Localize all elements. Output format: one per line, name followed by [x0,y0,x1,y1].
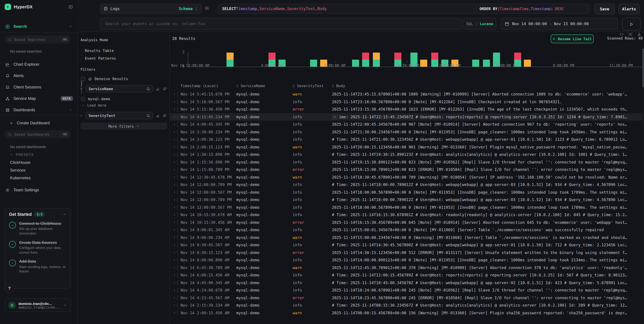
pin-icon[interactable] [163,114,167,118]
filter-value-mysql-demo[interactable]: mysql-demo [81,97,110,101]
sidebar-item-alerts[interactable]: Alerts [0,71,78,80]
expand-row-chevron-icon[interactable] [171,183,177,186]
expand-row-chevron-icon[interactable] [171,176,177,179]
histogram-bar[interactable] [373,52,380,67]
sidebar-item-chart-explorer[interactable]: Chart Explorer [0,60,78,69]
lucene-toggle[interactable]: Lucene [480,22,493,26]
log-row[interactable]: Nov 14 12:00:00.789 PMmysql-demoinfo# Ti… [170,181,644,188]
sidebar-item-search[interactable]: Search [0,22,78,31]
log-row[interactable]: Nov 14 6:00:15.456 AMmysql-demoinfo# Tim… [170,271,644,279]
expand-row-chevron-icon[interactable] [171,100,177,103]
bar-chart-icon[interactable] [156,87,160,91]
expand-row-chevron-icon[interactable] [171,312,177,315]
log-row[interactable]: Nov 14 4:24:00.678 AMmysql-demoinfo2025-… [170,287,644,294]
sidebar-item-client-sessions[interactable]: Client Sessions [0,83,78,91]
chevron-right-icon[interactable] [80,114,83,117]
log-row[interactable]: Nov 14 12:30:45.678 PMmysql-demowarn2025… [170,173,644,181]
expand-row-chevron-icon[interactable] [171,244,177,247]
histogram-bar[interactable] [310,60,317,67]
mode-event-patterns[interactable]: Event Patterns [85,56,116,61]
saved-searches-input[interactable]: Saved Searches ⌘K [5,35,70,43]
log-row[interactable]: Nov 14 2:00:15.456 AMmysql-demowarn2025-… [170,309,644,317]
date-range-picker[interactable]: Nov 14 00:00:00 - Nov 15 00:00:00 [500,18,618,30]
log-row[interactable]: Nov 14 10:15:30.456 AMmysql-demoerror202… [170,219,644,226]
download-icon[interactable] [637,32,641,36]
chevron-down-icon[interactable] [80,87,83,90]
search-input[interactable]: Search your events w/ Lucene ex. column:… [100,18,462,30]
log-row[interactable]: Nov 14 3:00:30.123 PMmysql-demoinfo# Tim… [170,136,644,143]
histogram-bar[interactable] [352,60,359,67]
log-row[interactable]: Nov 14 1:30:15.890 PMmysql-demoinfo# Tim… [170,151,644,158]
expand-row-chevron-icon[interactable] [171,93,177,96]
get-started-item[interactable]: Connect to ClickHouse Set up your databa… [9,221,66,236]
get-started-item[interactable]: Create Data Sources Configure where your… [9,240,66,255]
denoise-results-row[interactable]: Denoise Results [81,77,128,81]
chevron-up-icon[interactable] [69,108,72,112]
load-more-button[interactable]: Load more [82,103,106,107]
log-row[interactable]: Nov 14 1:15:00.789 PMmysql-demoerror2025… [170,166,644,173]
more-filters-button[interactable]: More filters [80,123,167,130]
preset-services[interactable]: Services [10,168,26,172]
expand-row-chevron-icon[interactable] [171,138,177,141]
expand-row-chevron-icon[interactable] [171,304,177,307]
collapse-sidebar-icon[interactable] [68,5,73,9]
expand-row-chevron-icon[interactable] [171,115,177,119]
histogram-bar[interactable] [483,60,490,67]
expand-row-chevron-icon[interactable] [171,206,177,209]
expand-row-chevron-icon[interactable] [171,221,177,224]
col-body[interactable]: ⣿Body [332,84,644,88]
sidebar-item-dashboards[interactable]: Dashboards [0,106,78,114]
histogram-bar[interactable] [524,60,531,67]
expand-row-chevron-icon[interactable] [171,228,177,232]
servicename-search-box[interactable]: ServiceName [86,85,153,92]
expand-row-chevron-icon[interactable] [171,251,177,254]
histogram-bar[interactable] [420,60,428,67]
log-row[interactable]: Nov 14 3:30:00.234 PMmysql-demoinfo2025-… [170,128,644,136]
pin-icon[interactable] [163,87,167,91]
expand-row-chevron-icon[interactable] [171,153,177,156]
col-timestamp[interactable]: Timestamp (Local) [180,84,236,88]
col-servicename[interactable]: ⣿ServiceName [236,84,293,88]
log-row[interactable]: Nov 14 4:45:00.345 AMmysql-demoinfo# Tim… [170,279,644,287]
histogram-bar[interactable] [226,52,234,67]
severitytext-search-box[interactable]: SeverityText [86,112,153,119]
scrollbar[interactable] [642,49,644,292]
mysql-demo-checkbox[interactable] [81,97,85,101]
log-row[interactable]: Nov 14 2:15:30.234 AMmysql-demoinfo# Tim… [170,302,644,309]
histogram-bar[interactable] [431,52,438,67]
sidebar-item-service-map[interactable]: Service Map BETA [0,94,78,103]
user-menu[interactable]: D dominic.tran@clic... dominic.tran@clic… [5,299,70,312]
chevron-up-icon[interactable] [63,213,66,216]
bar-chart-icon[interactable] [156,114,160,118]
log-row[interactable]: Nov 14 8:00:00.890 AMmysql-demoinfo2025-… [170,256,644,264]
log-row[interactable]: Nov 14 9:00:01.345 AMmysql-demoinfo2025-… [170,226,644,234]
save-button[interactable]: Save [594,4,615,14]
drag-handle-icon[interactable]: ⣿ [293,84,295,87]
log-row[interactable]: Nov 14 4:15:45.234 PMmysql-demoinfoime: … [170,113,644,121]
row-density-icon[interactable] [628,32,632,36]
get-started-item[interactable]: Add Data Start sending logs, metrics, or… [9,259,66,274]
log-row[interactable]: Nov 14 5:45:15.678 PMmysql-demowarn2025-… [170,90,644,98]
source-select[interactable]: Logs Schema [100,4,202,14]
log-row[interactable]: Nov 14 6:45:30.789 AMmysql-demowarn2025-… [170,264,644,271]
saved-dashboards-input[interactable]: Saved Dashboards ⌘K [5,130,70,138]
log-row[interactable]: Nov 14 12:00:00.567 PMmysql-demoinfo2025… [170,188,644,196]
language-toggle[interactable]: SQL | Lucene [463,18,496,30]
log-row[interactable]: Nov 14 5:16:00.567 PMmysql-demoinfo2025-… [170,98,644,106]
expand-row-chevron-icon[interactable] [171,161,177,164]
log-row[interactable]: Nov 14 4:00:45.345 PMmysql-demoinfo2025-… [170,121,644,128]
expand-row-chevron-icon[interactable] [171,259,177,262]
expand-row-chevron-icon[interactable] [171,266,177,269]
copy-icon[interactable] [332,114,337,120]
log-row[interactable]: Nov 14 4:23:45.567 AMmysql-demoerror2025… [170,294,644,302]
create-dashboard-button[interactable]: Create Dashboard [0,119,78,127]
log-row[interactable]: Nov 14 8:30:45.567 AMmysql-demoinfo# Tim… [170,241,644,249]
chevron-up-icon[interactable] [69,25,72,28]
expand-row-chevron-icon[interactable] [171,198,177,201]
expand-row-chevron-icon[interactable] [171,146,177,149]
expand-row-chevron-icon[interactable] [171,296,177,299]
expand-row-chevron-icon[interactable] [171,281,177,284]
events-histogram[interactable]: 2 0 Nov 14 12:00:00 AM4:00:00 AM7:00:00 … [170,45,644,74]
log-row[interactable]: Nov 14 8:30:15.123 AMmysql-demoerror2025… [170,249,644,256]
run-query-button[interactable] [622,18,641,30]
